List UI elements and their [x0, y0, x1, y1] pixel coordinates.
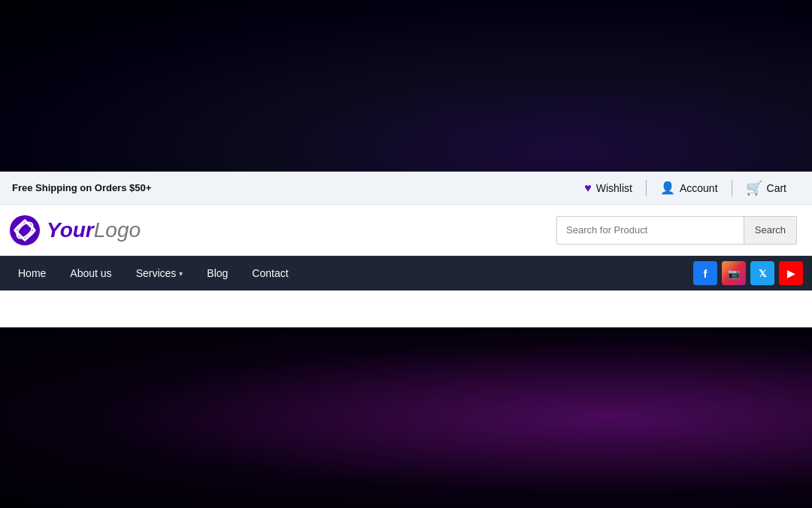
search-bar: Search [556, 216, 797, 245]
nav-services-label: Services [136, 267, 177, 279]
user-icon: 👤 [660, 181, 675, 195]
nav-contact-label: Contact [252, 267, 288, 279]
navbar: Home About us Services ▾ Blog Contact f … [0, 256, 812, 291]
nav-services[interactable]: Services ▾ [124, 256, 195, 291]
nav-about-label: About us [70, 267, 111, 279]
nav-contact[interactable]: Contact [240, 256, 300, 291]
youtube-button[interactable]: ▶ [779, 261, 803, 285]
facebook-button[interactable]: f [693, 261, 717, 285]
nav-blog-label: Blog [207, 267, 228, 279]
nav-home[interactable]: Home [6, 256, 58, 291]
nav-home-label: Home [18, 267, 46, 279]
background-bottom [0, 327, 812, 508]
cart-button[interactable]: 🛒 Cart [732, 180, 800, 196]
heart-icon: ♥ [584, 181, 592, 195]
logo-logo: Logo [94, 218, 141, 242]
nav-blog[interactable]: Blog [195, 256, 240, 291]
logo-your: Your [47, 218, 94, 242]
nav-links: Home About us Services ▾ Blog Contact [6, 256, 301, 291]
account-label: Account [680, 182, 718, 194]
search-input[interactable] [557, 217, 744, 244]
top-bar: Free Shipping on Orders $50+ ♥ Wishlist … [0, 172, 812, 205]
logo-text: YourLogo [47, 218, 141, 242]
instagram-button[interactable]: 📷 [722, 261, 746, 285]
top-bar-actions: ♥ Wishlist 👤 Account 🛒 Cart [571, 180, 800, 196]
promo-text: Free Shipping on Orders $50+ [12, 182, 151, 193]
site-header: YourLogo Search [0, 205, 812, 256]
account-button[interactable]: 👤 Account [647, 181, 732, 195]
cart-label: Cart [767, 182, 786, 194]
wishlist-button[interactable]: ♥ Wishlist [571, 181, 646, 195]
logo-icon [9, 214, 41, 246]
cart-icon: 🛒 [746, 180, 762, 196]
logo[interactable]: YourLogo [9, 214, 141, 246]
chevron-down-icon: ▾ [179, 269, 183, 278]
twitter-button[interactable]: 𝕏 [750, 261, 774, 285]
social-icons: f 📷 𝕏 ▶ [693, 261, 806, 285]
search-button[interactable]: Search [744, 217, 796, 244]
nav-about[interactable]: About us [58, 256, 123, 291]
background-top [0, 0, 812, 187]
wishlist-label: Wishlist [596, 182, 632, 194]
